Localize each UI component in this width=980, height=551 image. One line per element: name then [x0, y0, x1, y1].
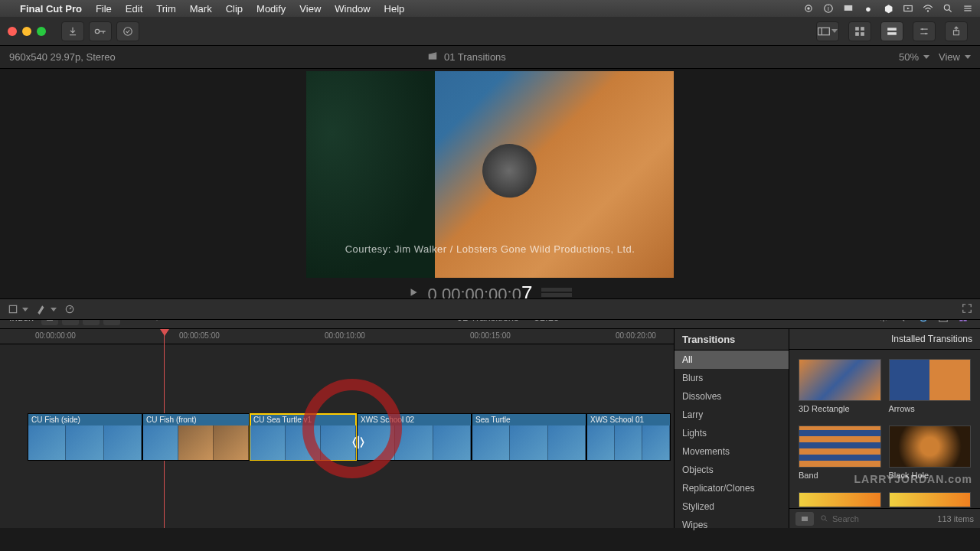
transition-category[interactable]: Larry: [675, 406, 789, 424]
transition-category[interactable]: Blurs: [675, 369, 789, 387]
timeline-clip[interactable]: CU Fish (side): [28, 413, 142, 461]
timeline-ruler[interactable]: 00:00:00:00 00:00:05:00 00:00:10:00 00:0…: [0, 329, 674, 344]
svg-rect-23: [861, 32, 864, 36]
share-button[interactable]: [945, 21, 968, 41]
play-button[interactable]: [408, 287, 419, 300]
app-toolbar: [0, 17, 980, 46]
menu-icon[interactable]: [962, 2, 974, 15]
menu-mark[interactable]: Mark: [190, 3, 212, 15]
retime-tool[interactable]: [64, 304, 75, 315]
transition-item[interactable]: [889, 492, 972, 507]
svg-line-9: [949, 10, 952, 12]
ruler-tick: 00:00:15:00: [470, 331, 511, 340]
view-mode-button[interactable]: [795, 512, 814, 526]
fullscreen-button[interactable]: [962, 303, 972, 316]
menu-window[interactable]: Window: [335, 3, 370, 15]
ruler-tick: 00:00:00:00: [35, 331, 76, 340]
browser-toggle-button[interactable]: [816, 21, 839, 41]
inspector-toggle-button[interactable]: [913, 21, 936, 41]
svg-line-55: [825, 520, 827, 521]
transition-category[interactable]: Lights: [675, 424, 789, 442]
macos-menubar: Final Cut Pro File Edit Trim Mark Clip M…: [0, 0, 980, 17]
transition-thumbnail: [799, 359, 881, 401]
eye-icon[interactable]: [802, 2, 815, 15]
import-button[interactable]: [61, 21, 84, 41]
menu-trim[interactable]: Trim: [156, 3, 176, 15]
screen-icon[interactable]: [842, 2, 854, 15]
view-grid-button[interactable]: [848, 21, 871, 41]
svg-rect-34: [541, 293, 572, 297]
timeline-clip[interactable]: CU Sea Turtle v1: [250, 413, 357, 461]
svg-point-1: [807, 7, 810, 10]
viewer-panel: Courtesy: Jim Walker / Lobsters Gone Wil…: [0, 69, 980, 306]
transition-category[interactable]: Wipes: [675, 516, 789, 534]
minimize-window-button[interactable]: [22, 27, 31, 36]
zoom-window-button[interactable]: [37, 27, 46, 36]
timeline[interactable]: 00:00:00:00 00:00:05:00 00:00:10:00 00:0…: [0, 329, 674, 528]
transition-category[interactable]: Movements: [675, 442, 789, 461]
svg-point-8: [944, 5, 949, 10]
svg-rect-18: [818, 28, 830, 34]
svg-point-54: [822, 516, 826, 520]
info-icon[interactable]: i: [822, 2, 835, 15]
transition-category[interactable]: All: [675, 350, 789, 369]
transition-item[interactable]: 3D Rectangle: [799, 359, 881, 413]
menu-modify[interactable]: Modify: [256, 3, 286, 15]
timeline-clip[interactable]: XWS School 02: [357, 413, 472, 461]
transitions-header: Transitions: [675, 329, 789, 350]
timeline-clip[interactable]: Sea Turtle: [472, 413, 586, 461]
close-window-button[interactable]: [8, 27, 17, 36]
transition-item[interactable]: Black Hole: [889, 425, 972, 480]
svg-point-27: [922, 28, 923, 29]
wifi-icon[interactable]: [922, 2, 934, 15]
transitions-grid-panel: Installed Transitions 3D RectangleArrows…: [789, 329, 980, 528]
keyword-button[interactable]: [89, 21, 112, 41]
status-dot-icon[interactable]: ●: [862, 2, 874, 15]
viewer-tools-bar: [0, 298, 980, 320]
credit-overlay: Courtesy: Jim Walker / Lobsters Gone Wil…: [306, 243, 674, 255]
viewer-info-bar: 960x540 29.97p, Stereo 01 Transitions 50…: [0, 46, 980, 69]
svg-point-17: [124, 27, 132, 35]
background-tasks-button[interactable]: [116, 21, 139, 41]
timeline-area: 00:00:00:00 00:00:05:00 00:00:10:00 00:0…: [0, 329, 980, 528]
transition-category[interactable]: Stylized: [675, 497, 789, 516]
svg-point-7: [927, 10, 929, 11]
video-viewport[interactable]: Courtesy: Jim Walker / Lobsters Gone Wil…: [306, 71, 674, 278]
transition-item[interactable]: Arrows: [889, 359, 972, 413]
transitions-categories: Transitions AllBlursDissolvesLarryLights…: [675, 329, 789, 528]
capture-icon[interactable]: [902, 2, 914, 15]
view-dropdown[interactable]: View: [939, 51, 971, 63]
watermark-text: LARRYJORDAN.com: [854, 473, 973, 485]
app-menu[interactable]: Final Cut Pro: [20, 3, 82, 15]
spotlight-icon[interactable]: [942, 2, 954, 15]
menu-clip[interactable]: Clip: [226, 3, 243, 15]
menu-view[interactable]: View: [299, 3, 321, 15]
menu-edit[interactable]: Edit: [126, 3, 142, 15]
transition-category[interactable]: Objects: [675, 461, 789, 479]
transform-tool[interactable]: [8, 304, 28, 315]
transitions-browser: Transitions AllBlursDissolvesLarryLights…: [674, 329, 980, 528]
svg-rect-24: [887, 28, 897, 31]
svg-rect-21: [861, 27, 864, 31]
transition-category[interactable]: Replicator/Clones: [675, 479, 789, 497]
transitions-search-input[interactable]: Search: [820, 514, 931, 523]
transition-item[interactable]: [799, 492, 881, 507]
timeline-clip[interactable]: XWS School 01: [586, 413, 671, 461]
transition-name: 3D Rectangle: [799, 404, 881, 413]
svg-rect-33: [541, 288, 572, 292]
clip-label: CU Fish (side): [28, 414, 142, 425]
timeline-clip[interactable]: CU Fish (front): [142, 413, 250, 461]
view-filmstrip-button[interactable]: [880, 21, 903, 41]
transition-item[interactable]: Band: [799, 425, 881, 480]
svg-rect-20: [855, 27, 859, 31]
transition-category[interactable]: Dissolves: [675, 387, 789, 406]
effects-tool[interactable]: [36, 304, 57, 315]
zoom-dropdown[interactable]: 50%: [899, 51, 929, 63]
menu-help[interactable]: Help: [384, 3, 405, 15]
svg-marker-32: [410, 289, 416, 295]
dropbox-icon[interactable]: ⬢: [882, 2, 894, 15]
transition-name: Arrows: [889, 404, 972, 413]
transitions-browser-header: Installed Transitions: [789, 329, 980, 350]
menu-file[interactable]: File: [96, 3, 112, 15]
svg-rect-31: [429, 54, 437, 60]
